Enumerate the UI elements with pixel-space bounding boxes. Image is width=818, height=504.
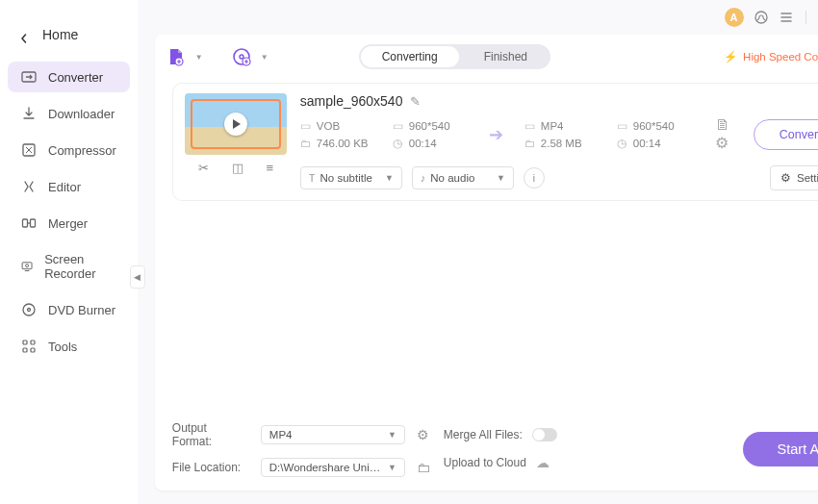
add-file-caret-icon[interactable]: ▼ (195, 53, 203, 62)
divider (805, 11, 806, 24)
folder-icon: 🗀 (524, 138, 536, 149)
svg-point-16 (240, 55, 243, 59)
sidebar-item-label: Tools (48, 340, 77, 354)
sidebar-header: Home (0, 13, 138, 62)
merge-toggle[interactable] (532, 428, 557, 441)
merger-icon (21, 215, 37, 231)
output-format-gear-icon[interactable]: ⚙ (417, 427, 429, 442)
sidebar-item-label: Merger (48, 216, 88, 231)
back-icon[interactable] (19, 30, 29, 39)
caret-down-icon: ▼ (388, 430, 396, 440)
clock-icon: ◷ (617, 138, 628, 149)
svg-rect-10 (23, 348, 27, 352)
output-format-value: MP4 (269, 429, 293, 441)
target-duration: 00:14 (633, 138, 661, 149)
home-label[interactable]: Home (42, 27, 78, 42)
file-location-select[interactable]: D:\Wondershare UniConverter 1 ▼ (261, 458, 405, 477)
audio-select[interactable]: ♪ No audio ▼ (412, 166, 514, 189)
file-location-label: File Location: (172, 461, 249, 474)
svg-rect-8 (23, 340, 27, 344)
sidebar-item-compressor[interactable]: Compressor (8, 135, 130, 165)
sidebar-item-label: Downloader (48, 107, 115, 121)
source-size: 746.00 KB (317, 138, 369, 149)
dvd-burner-icon (21, 302, 37, 317)
sidebar-item-label: Converter (48, 70, 103, 85)
play-icon[interactable] (224, 113, 247, 136)
support-icon[interactable] (754, 10, 769, 25)
audio-value: No audio (430, 172, 474, 184)
svg-rect-3 (31, 219, 36, 227)
sidebar-item-editor[interactable]: Editor (8, 171, 130, 202)
target-size: 2.58 MB (541, 138, 582, 149)
svg-rect-9 (31, 340, 35, 344)
sidebar-item-tools[interactable]: Tools (8, 331, 130, 362)
video-thumbnail[interactable] (185, 93, 287, 155)
audio-icon: ♪ (421, 172, 426, 184)
crop-icon[interactable]: ◫ (232, 161, 243, 175)
bolt-icon: ⚡ (724, 50, 737, 63)
subtitle-select[interactable]: T No subtitle ▼ (300, 166, 402, 189)
upload-cloud-label: Upload to Cloud (444, 456, 526, 469)
sidebar-item-label: Screen Recorder (44, 252, 116, 281)
add-dvd-icon[interactable] (232, 47, 251, 66)
cloud-icon[interactable]: ☁ (536, 455, 550, 470)
output-settings-icon[interactable]: 🗎⚙ (715, 116, 730, 152)
editor-icon (21, 179, 37, 194)
high-speed-label: High Speed Conversion (743, 51, 818, 63)
sidebar-item-converter[interactable]: Converter (8, 62, 130, 92)
svg-point-12 (755, 12, 767, 23)
add-file-icon[interactable] (166, 47, 186, 66)
compressor-icon (21, 142, 37, 158)
start-all-button[interactable]: Start All (743, 432, 818, 466)
settings-label: Settings (797, 172, 818, 184)
screen-recorder-icon (21, 259, 33, 274)
content-panel: ▼ ▼ Converting Finished ⚡ High Speed Con… (155, 35, 818, 491)
thumbnail-tools: ✂ ◫ ≡ (198, 161, 274, 175)
sidebar-item-dvd-burner[interactable]: DVD Burner (8, 294, 130, 325)
open-folder-icon[interactable]: 🗀 (417, 460, 430, 475)
svg-point-7 (28, 309, 31, 312)
resolution-icon: ▭ (617, 120, 628, 132)
file-card: ✕ ✂ ◫ ≡ sample_960x540 ✎ (172, 83, 818, 201)
effects-icon[interactable]: ≡ (267, 161, 274, 175)
sidebar-collapse-button[interactable]: ◀ (130, 265, 145, 289)
target-format: MP4 (541, 120, 564, 132)
status-tabs: Converting Finished (359, 44, 550, 69)
subtitle-icon: T (309, 172, 316, 184)
rename-icon[interactable]: ✎ (410, 94, 421, 109)
svg-rect-2 (23, 219, 28, 227)
tab-finished[interactable]: Finished (461, 44, 550, 69)
sidebar-item-label: DVD Burner (48, 303, 115, 317)
trim-icon[interactable]: ✂ (198, 161, 209, 175)
video-format-icon: ▭ (300, 120, 312, 132)
tab-converting[interactable]: Converting (361, 46, 459, 67)
footer-bar: Output Format: MP4 ▼ ⚙ File Location: D:… (155, 412, 818, 491)
settings-button[interactable]: ⚙ Settings (770, 165, 818, 190)
file-name: sample_960x540 (300, 93, 403, 109)
arrow-right-icon: ➔ (489, 124, 503, 145)
caret-down-icon: ▼ (377, 173, 394, 183)
window-titlebar: A (138, 0, 818, 35)
sidebar-item-label: Compressor (48, 143, 116, 158)
subtitle-value: No subtitle (320, 172, 372, 184)
output-format-select[interactable]: MP4 ▼ (261, 425, 405, 444)
svg-rect-11 (31, 348, 35, 352)
convert-button[interactable]: Convert (754, 119, 818, 150)
high-speed-badge[interactable]: ⚡ High Speed Conversion (724, 50, 818, 63)
svg-point-5 (26, 265, 29, 267)
toolbar: ▼ ▼ Converting Finished ⚡ High Speed Con… (155, 35, 818, 79)
source-format: VOB (317, 120, 340, 132)
sidebar-item-merger[interactable]: Merger (8, 208, 130, 239)
add-dvd-caret-icon[interactable]: ▼ (261, 53, 268, 62)
user-avatar-icon[interactable]: A (725, 8, 744, 27)
clock-icon: ◷ (393, 138, 404, 149)
sidebar-item-downloader[interactable]: Downloader (8, 98, 130, 129)
source-duration: 00:14 (409, 138, 437, 149)
main-area: A ▼ ▼ Converting Finished ⚡ High Speed C… (138, 0, 818, 504)
hamburger-menu-icon[interactable] (779, 10, 794, 25)
caret-down-icon: ▼ (388, 463, 396, 472)
tools-icon (21, 339, 37, 354)
info-icon[interactable]: i (524, 167, 545, 189)
sidebar-item-screen-recorder[interactable]: Screen Recorder (8, 244, 130, 289)
folder-icon: 🗀 (300, 138, 312, 149)
